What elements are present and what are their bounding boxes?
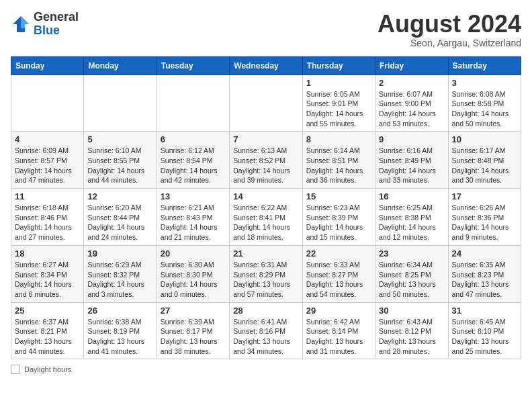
day-number: 24 (452, 248, 517, 259)
weekday-header-saturday: Saturday (448, 56, 521, 75)
week-row-4: 18Sunrise: 6:27 AM Sunset: 8:34 PM Dayli… (11, 245, 521, 302)
legend: Daylight hours (11, 365, 521, 374)
day-number: 11 (15, 191, 80, 201)
day-info: Sunrise: 6:43 AM Sunset: 8:12 PM Dayligh… (379, 317, 444, 357)
day-info: Sunrise: 6:05 AM Sunset: 9:01 PM Dayligh… (306, 89, 371, 129)
weekday-header-sunday: Sunday (11, 56, 84, 75)
day-number: 31 (452, 306, 517, 316)
calendar-cell: 11Sunrise: 6:18 AM Sunset: 8:46 PM Dayli… (11, 189, 84, 246)
calendar-cell: 9Sunrise: 6:16 AM Sunset: 8:49 PM Daylig… (375, 132, 448, 189)
calendar-cell: 27Sunrise: 6:39 AM Sunset: 8:17 PM Dayli… (157, 302, 229, 359)
day-info: Sunrise: 6:08 AM Sunset: 8:58 PM Dayligh… (452, 89, 517, 129)
weekday-header-thursday: Thursday (302, 56, 375, 75)
day-number: 28 (233, 306, 298, 316)
day-number: 18 (15, 248, 80, 259)
calendar-cell: 19Sunrise: 6:29 AM Sunset: 8:32 PM Dayli… (84, 245, 157, 302)
day-info: Sunrise: 6:25 AM Sunset: 8:38 PM Dayligh… (379, 203, 444, 242)
calendar-cell (11, 75, 84, 132)
day-number: 14 (233, 191, 298, 201)
day-number: 22 (306, 248, 371, 259)
day-number: 4 (15, 134, 80, 144)
calendar-cell: 17Sunrise: 6:26 AM Sunset: 8:36 PM Dayli… (448, 189, 521, 246)
calendar-cell: 14Sunrise: 6:22 AM Sunset: 8:41 PM Dayli… (230, 189, 302, 246)
day-number: 12 (87, 191, 152, 201)
week-row-5: 25Sunrise: 6:37 AM Sunset: 8:21 PM Dayli… (11, 302, 521, 359)
week-row-3: 11Sunrise: 6:18 AM Sunset: 8:46 PM Dayli… (11, 189, 521, 246)
day-number: 30 (379, 306, 444, 316)
day-info: Sunrise: 6:39 AM Sunset: 8:17 PM Dayligh… (161, 317, 226, 357)
calendar-cell: 26Sunrise: 6:38 AM Sunset: 8:19 PM Dayli… (84, 302, 157, 359)
day-info: Sunrise: 6:23 AM Sunset: 8:39 PM Dayligh… (306, 203, 371, 242)
calendar-cell: 2Sunrise: 6:07 AM Sunset: 9:00 PM Daylig… (375, 75, 448, 132)
day-info: Sunrise: 6:27 AM Sunset: 8:34 PM Dayligh… (15, 260, 80, 300)
day-number: 19 (87, 248, 152, 259)
day-info: Sunrise: 6:35 AM Sunset: 8:23 PM Dayligh… (452, 260, 517, 300)
calendar-cell: 16Sunrise: 6:25 AM Sunset: 8:38 PM Dayli… (375, 189, 448, 246)
calendar-cell: 4Sunrise: 6:09 AM Sunset: 8:57 PM Daylig… (11, 132, 84, 189)
weekday-header-tuesday: Tuesday (157, 56, 229, 75)
day-number: 23 (379, 248, 444, 259)
weekday-header-wednesday: Wednesday (230, 56, 302, 75)
calendar-cell (84, 75, 157, 132)
logo-text: General Blue (34, 11, 79, 38)
calendar-cell: 13Sunrise: 6:21 AM Sunset: 8:43 PM Dayli… (157, 189, 229, 246)
day-number: 7 (233, 134, 298, 144)
day-number: 3 (452, 78, 517, 88)
month-title: August 2024 (378, 11, 521, 38)
day-info: Sunrise: 6:13 AM Sunset: 8:52 PM Dayligh… (233, 146, 298, 185)
weekday-header-friday: Friday (375, 56, 448, 75)
calendar-cell: 3Sunrise: 6:08 AM Sunset: 8:58 PM Daylig… (448, 75, 521, 132)
day-info: Sunrise: 6:18 AM Sunset: 8:46 PM Dayligh… (15, 203, 80, 242)
calendar-cell: 28Sunrise: 6:41 AM Sunset: 8:16 PM Dayli… (230, 302, 302, 359)
calendar-cell: 18Sunrise: 6:27 AM Sunset: 8:34 PM Dayli… (11, 245, 84, 302)
day-info: Sunrise: 6:14 AM Sunset: 8:51 PM Dayligh… (306, 146, 371, 185)
day-info: Sunrise: 6:37 AM Sunset: 8:21 PM Dayligh… (15, 317, 80, 357)
calendar-cell: 23Sunrise: 6:34 AM Sunset: 8:25 PM Dayli… (375, 245, 448, 302)
svg-marker-1 (21, 16, 29, 28)
day-info: Sunrise: 6:31 AM Sunset: 8:29 PM Dayligh… (233, 260, 298, 300)
logo-general: General (34, 10, 79, 24)
legend-box (11, 365, 20, 374)
day-number: 2 (379, 78, 444, 88)
calendar-cell: 29Sunrise: 6:42 AM Sunset: 8:14 PM Dayli… (302, 302, 375, 359)
location: Seon, Aargau, Switzerland (378, 38, 521, 48)
calendar-cell: 24Sunrise: 6:35 AM Sunset: 8:23 PM Dayli… (448, 245, 521, 302)
day-info: Sunrise: 6:12 AM Sunset: 8:54 PM Dayligh… (161, 146, 226, 185)
calendar-table: SundayMondayTuesdayWednesdayThursdayFrid… (11, 56, 521, 360)
calendar-cell: 7Sunrise: 6:13 AM Sunset: 8:52 PM Daylig… (230, 132, 302, 189)
calendar-cell: 30Sunrise: 6:43 AM Sunset: 8:12 PM Dayli… (375, 302, 448, 359)
day-number: 9 (379, 134, 444, 144)
calendar-cell: 12Sunrise: 6:20 AM Sunset: 8:44 PM Dayli… (84, 189, 157, 246)
day-info: Sunrise: 6:09 AM Sunset: 8:57 PM Dayligh… (15, 146, 80, 185)
week-row-1: 1Sunrise: 6:05 AM Sunset: 9:01 PM Daylig… (11, 75, 521, 132)
day-number: 17 (452, 191, 517, 201)
calendar-cell: 15Sunrise: 6:23 AM Sunset: 8:39 PM Dayli… (302, 189, 375, 246)
calendar-cell: 21Sunrise: 6:31 AM Sunset: 8:29 PM Dayli… (230, 245, 302, 302)
day-number: 13 (161, 191, 226, 201)
day-info: Sunrise: 6:20 AM Sunset: 8:44 PM Dayligh… (87, 203, 152, 242)
day-info: Sunrise: 6:21 AM Sunset: 8:43 PM Dayligh… (161, 203, 226, 242)
week-row-2: 4Sunrise: 6:09 AM Sunset: 8:57 PM Daylig… (11, 132, 521, 189)
calendar-cell: 10Sunrise: 6:17 AM Sunset: 8:48 PM Dayli… (448, 132, 521, 189)
calendar-cell: 6Sunrise: 6:12 AM Sunset: 8:54 PM Daylig… (157, 132, 229, 189)
weekday-header-monday: Monday (84, 56, 157, 75)
logo-blue: Blue (34, 24, 60, 37)
day-info: Sunrise: 6:07 AM Sunset: 9:00 PM Dayligh… (379, 89, 444, 129)
day-info: Sunrise: 6:10 AM Sunset: 8:55 PM Dayligh… (87, 146, 152, 185)
day-info: Sunrise: 6:33 AM Sunset: 8:27 PM Dayligh… (306, 260, 371, 300)
day-number: 29 (306, 306, 371, 316)
day-info: Sunrise: 6:30 AM Sunset: 8:30 PM Dayligh… (161, 260, 226, 300)
day-number: 15 (306, 191, 371, 201)
weekday-header-row: SundayMondayTuesdayWednesdayThursdayFrid… (11, 56, 521, 75)
day-number: 27 (161, 306, 226, 316)
logo-icon (11, 14, 31, 34)
day-number: 8 (306, 134, 371, 144)
day-number: 16 (379, 191, 444, 201)
calendar-cell: 20Sunrise: 6:30 AM Sunset: 8:30 PM Dayli… (157, 245, 229, 302)
day-number: 1 (306, 78, 371, 88)
day-info: Sunrise: 6:38 AM Sunset: 8:19 PM Dayligh… (87, 317, 152, 357)
day-number: 26 (87, 306, 152, 316)
day-info: Sunrise: 6:17 AM Sunset: 8:48 PM Dayligh… (452, 146, 517, 185)
calendar-cell: 25Sunrise: 6:37 AM Sunset: 8:21 PM Dayli… (11, 302, 84, 359)
day-number: 5 (87, 134, 152, 144)
